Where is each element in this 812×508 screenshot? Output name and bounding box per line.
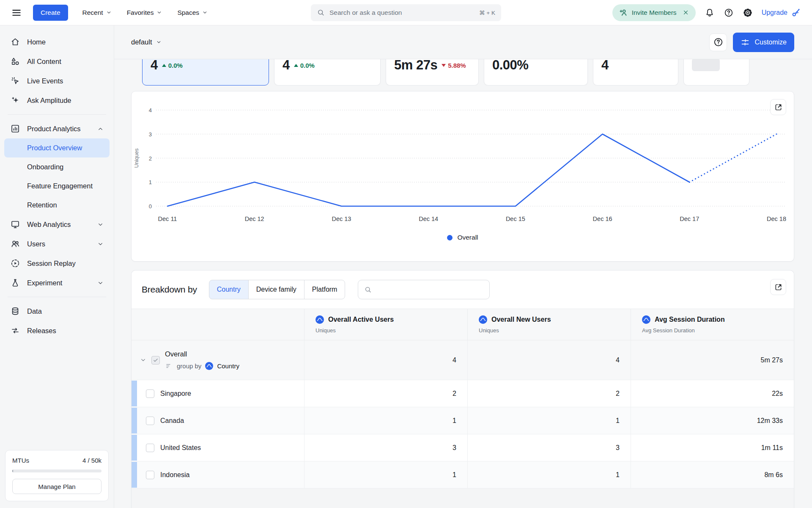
sidebar-item-product-overview[interactable]: Product Overview [4, 138, 110, 157]
breakdown-header: Breakdown by CountryDevice familyPlatfor… [132, 271, 794, 309]
metric-card-custom-metric[interactable]: Custom Metric [683, 59, 749, 86]
releases-icon [10, 326, 20, 336]
sidebar-item-users[interactable]: Users [4, 234, 110, 254]
amplitude-property-icon [205, 362, 213, 370]
metric-card-weekly-active-users[interactable]: Weekly Active Users4 [593, 59, 678, 86]
create-button[interactable]: Create [33, 5, 68, 21]
metric-cards-clip: Overall Active Users(Uniques)40.0%Overal… [142, 59, 756, 86]
sidebar-item-onboarding[interactable]: Onboarding [4, 157, 110, 177]
tab-device-family[interactable]: Device family [248, 280, 304, 299]
svg-text:2: 2 [149, 155, 152, 162]
legend-label: Overall [457, 234, 478, 241]
table-cell: 1 [467, 461, 631, 488]
breakdown-title: Breakdown by [142, 284, 197, 295]
nav-spaces[interactable]: Spaces [177, 9, 208, 17]
tab-platform[interactable]: Platform [304, 280, 346, 299]
chevron-down-icon [97, 241, 104, 247]
row-label: United States [160, 444, 201, 452]
data-icon [10, 306, 20, 316]
table-cell: 3 [467, 434, 631, 461]
hamburger-menu-icon[interactable] [11, 7, 22, 18]
metric-card-avg-session-duration[interactable]: Avg Session Duration5m 27s5.88% [386, 59, 479, 86]
dashboard-help-button[interactable] [709, 33, 727, 51]
breakdown-search[interactable] [358, 280, 490, 299]
row-label: Indonesia [160, 471, 189, 479]
column-header-overall-new-users[interactable]: Overall New UsersUniques [467, 309, 631, 340]
metric-cards-row: Overall Active Users(Uniques)40.0%Overal… [142, 59, 756, 86]
sidebar-item-experiment[interactable]: Experiment [4, 273, 110, 293]
metric-delta: 0.0% [294, 62, 315, 69]
search-input[interactable] [329, 9, 475, 17]
workspace-name: default [131, 38, 152, 46]
sidebar-item-ask-amplitude[interactable]: Ask Amplitude [4, 91, 110, 110]
sidebar-item-web-analytics[interactable]: Web Analytics [4, 215, 110, 234]
nav-recent[interactable]: Recent [82, 9, 112, 17]
column-title: Overall Active Users [328, 316, 394, 323]
upgrade-key-icon [791, 8, 801, 18]
amplitude-metric-icon [642, 315, 650, 324]
breakdown-search-input[interactable] [376, 286, 483, 293]
table-cell: 12m 33s [631, 407, 794, 434]
tab-country[interactable]: Country [209, 280, 249, 299]
mtu-progress-bar [12, 469, 102, 472]
group-by-value[interactable]: Country [217, 362, 239, 370]
ask-amplitude-icon [10, 95, 20, 105]
nav-label: Recent [82, 9, 103, 17]
open-breakdown-button[interactable] [770, 279, 786, 295]
svg-text:Dec 13: Dec 13 [332, 215, 351, 222]
sidebar-item-live-events[interactable]: Live Events [4, 71, 110, 91]
legend-dot [447, 235, 453, 240]
notifications-bell-icon[interactable] [705, 8, 715, 18]
invite-members-button[interactable]: Invite Members [612, 4, 696, 21]
metric-card-overall-active-users[interactable]: Overall Active Users(Uniques)40.0% [142, 59, 269, 86]
table-row-singapore[interactable]: Singapore2222s [132, 380, 794, 407]
collapse-caret-icon[interactable] [140, 357, 146, 363]
sidebar-item-releases[interactable]: Releases [4, 321, 110, 340]
global-search[interactable]: ⌘ + K [311, 4, 501, 21]
sidebar-item-home[interactable]: Home [4, 32, 110, 52]
sidebar-item-label: Data [27, 307, 42, 315]
metric-card-day-7-new-user-retention[interactable]: Day 7 New User Retention0.00% [484, 59, 588, 86]
sidebar-item-all-content[interactable]: All Content [4, 52, 110, 71]
column-title: Overall New Users [491, 316, 551, 323]
row-label: Singapore [160, 390, 191, 398]
sidebar-item-label: Web Analytics [27, 221, 71, 229]
help-icon[interactable] [724, 8, 734, 18]
customize-button[interactable]: Customize [733, 33, 794, 52]
sidebar-item-product-analytics[interactable]: Product Analytics [4, 119, 110, 138]
open-chart-button[interactable] [770, 99, 786, 115]
table-row-united-states[interactable]: United States331m 11s [132, 434, 794, 461]
sidebar-item-label: Product Overview [27, 144, 82, 152]
settings-gear-icon[interactable] [743, 8, 753, 18]
upgrade-link[interactable]: Upgrade [762, 8, 801, 18]
sidebar-item-feature-engagement[interactable]: Feature Engagement [4, 177, 110, 196]
table-row-overall[interactable]: Overallgroup byCountry445m 27s [132, 340, 794, 380]
row-checkbox[interactable] [146, 444, 154, 452]
close-icon[interactable] [682, 9, 689, 16]
table-cell: 5m 27s [631, 340, 794, 380]
row-checkbox[interactable] [146, 417, 154, 425]
workspace-selector[interactable]: default [131, 38, 162, 46]
main-content: default Customize Overall Active Users(U… [114, 25, 812, 508]
session-replay-icon [10, 258, 20, 268]
sidebar-item-data[interactable]: Data [4, 301, 110, 321]
sidebar-item-session-replay[interactable]: Session Replay [4, 254, 110, 273]
column-header-overall-active-users[interactable]: Overall Active UsersUniques [304, 309, 467, 340]
manage-plan-button[interactable]: Manage Plan [12, 479, 102, 494]
sidebar-nav: HomeAll ContentLive EventsAsk AmplitudeP… [0, 25, 114, 445]
person-plus-icon [619, 8, 628, 17]
sidebar: HomeAll ContentLive EventsAsk AmplitudeP… [0, 25, 114, 508]
column-header-avg-session-duration[interactable]: Avg Session DurationAvg Session Duration [631, 309, 794, 340]
all-content-icon [10, 56, 20, 66]
metric-delta: 5.88% [442, 62, 466, 69]
row-checkbox[interactable] [146, 471, 154, 479]
sidebar-item-retention[interactable]: Retention [4, 196, 110, 215]
metric-card-overall-new-users[interactable]: Overall New Users(Uniques)40.0% [274, 59, 381, 86]
sidebar-divider [8, 114, 106, 115]
table-row-indonesia[interactable]: Indonesia118m 6s [132, 461, 794, 489]
table-row-canada[interactable]: Canada1112m 33s [132, 407, 794, 434]
table-cell: 22s [631, 380, 794, 407]
row-checkbox[interactable] [146, 389, 154, 398]
nav-favorites[interactable]: Favorites [127, 9, 162, 17]
overall-checkbox[interactable] [151, 356, 160, 364]
